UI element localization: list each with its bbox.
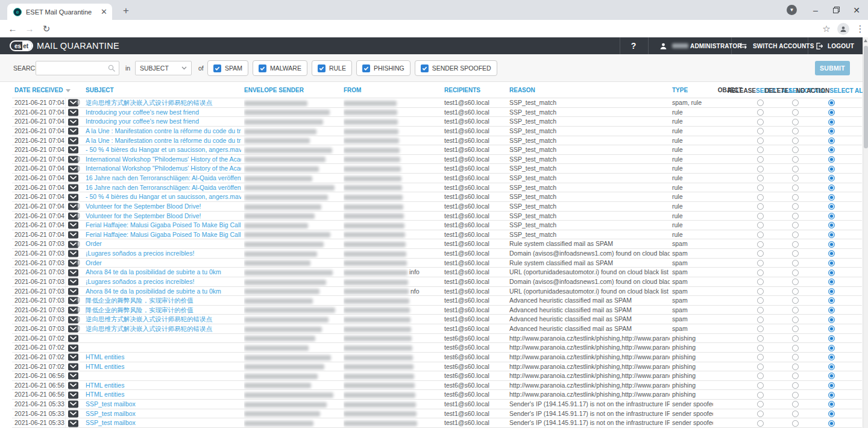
- delete-radio[interactable]: [792, 401, 799, 408]
- no-action-radio[interactable]: [828, 222, 835, 228]
- no-action-radio[interactable]: [828, 109, 835, 116]
- column-header-type[interactable]: TYPE: [672, 82, 713, 98]
- no-action-radio[interactable]: [828, 213, 835, 219]
- subject-link[interactable]: Introducing your coffee's new best frien…: [86, 118, 199, 125]
- subject-link[interactable]: SSP_test mailbox: [86, 419, 136, 426]
- minimize-button[interactable]: –: [807, 2, 825, 18]
- no-action-radio[interactable]: [828, 316, 835, 323]
- no-action-radio[interactable]: [828, 411, 835, 417]
- release-radio[interactable]: [757, 316, 764, 323]
- delete-radio[interactable]: [792, 345, 799, 351]
- scrollbar-up-icon[interactable]: [864, 39, 867, 42]
- release-radio[interactable]: [757, 260, 764, 266]
- filter-malware[interactable]: MALWARE: [253, 60, 307, 76]
- no-action-radio[interactable]: [828, 194, 835, 201]
- filter-rule[interactable]: RULE: [312, 60, 352, 76]
- release-radio[interactable]: [757, 166, 764, 172]
- no-action-radio[interactable]: [828, 420, 835, 427]
- subject-link[interactable]: HTML entities: [86, 391, 124, 398]
- delete-radio[interactable]: [792, 128, 799, 134]
- subject-link[interactable]: 16 Jahre nach den Terroranschlägen: Al-Q…: [86, 174, 241, 181]
- delete-radio[interactable]: [792, 119, 799, 125]
- search-field-select[interactable]: SUBJECT: [135, 61, 192, 75]
- subject-link[interactable]: ¡Lugares soñados a precios increíbles!: [86, 278, 194, 285]
- no-action-radio[interactable]: [828, 175, 835, 181]
- no-action-radio[interactable]: [828, 288, 835, 295]
- delete-radio[interactable]: [792, 109, 799, 116]
- help-button[interactable]: ?: [627, 37, 640, 54]
- delete-radio[interactable]: [792, 363, 799, 370]
- column-header-envsender[interactable]: ENVELOPE SENDER: [244, 82, 339, 98]
- delete-radio[interactable]: [792, 203, 799, 210]
- release-radio[interactable]: [757, 279, 764, 285]
- delete-radio[interactable]: [792, 166, 799, 172]
- delete-radio[interactable]: [792, 307, 799, 313]
- no-action-radio[interactable]: [828, 401, 835, 408]
- no-action-radio[interactable]: [828, 326, 835, 332]
- delete-radio[interactable]: [792, 316, 799, 323]
- delete-radio[interactable]: [792, 335, 799, 342]
- release-radio[interactable]: [757, 194, 764, 201]
- release-radio[interactable]: [757, 222, 764, 228]
- no-action-radio[interactable]: [828, 184, 835, 191]
- filter-spam[interactable]: SPAM: [207, 60, 248, 76]
- release-radio[interactable]: [757, 363, 764, 370]
- no-action-radio[interactable]: [828, 307, 835, 313]
- no-action-radio[interactable]: [828, 231, 835, 238]
- no-action-radio[interactable]: [828, 241, 835, 248]
- delete-radio[interactable]: [792, 250, 799, 257]
- no-action-radio[interactable]: [828, 269, 835, 276]
- browser-menu-icon[interactable]: ⋮: [852, 20, 868, 37]
- no-action-radio[interactable]: [828, 156, 835, 163]
- subject-link[interactable]: 逆向思维方式解决嵌入式设计师易犯的错误点: [86, 325, 212, 332]
- delete-radio[interactable]: [792, 222, 799, 228]
- release-radio[interactable]: [757, 411, 764, 417]
- forward-icon[interactable]: →: [22, 20, 37, 37]
- subject-link[interactable]: 降低企业的舞弊风险，实现审计的价值: [86, 306, 193, 313]
- delete-radio[interactable]: [792, 137, 799, 144]
- no-action-radio[interactable]: [828, 119, 835, 125]
- release-radio[interactable]: [757, 213, 764, 219]
- no-action-radio[interactable]: [828, 203, 835, 210]
- column-header-reason[interactable]: REASON: [509, 82, 670, 98]
- new-tab-button[interactable]: +: [118, 3, 134, 19]
- release-radio[interactable]: [757, 326, 764, 332]
- close-button[interactable]: ✕: [848, 2, 866, 18]
- browser-update-icon[interactable]: ▼: [787, 5, 797, 15]
- release-radio[interactable]: [757, 392, 764, 398]
- no-action-radio[interactable]: [828, 354, 835, 360]
- release-radio[interactable]: [757, 175, 764, 181]
- release-radio[interactable]: [757, 156, 764, 163]
- subject-link[interactable]: HTML entities: [86, 363, 124, 370]
- delete-radio[interactable]: [792, 279, 799, 285]
- subject-link[interactable]: International Workshop "Philodemus' Hist…: [86, 165, 241, 172]
- logged-in-user[interactable]: ADMINISTRATOR: [659, 37, 742, 54]
- subject-link[interactable]: 降低企业的舞弊风险，实现审计的价值: [86, 297, 193, 304]
- submit-button[interactable]: SUBMIT: [815, 61, 850, 75]
- subject-link[interactable]: Ahora 84 te da la posibilidad de subirte…: [86, 288, 221, 295]
- release-radio[interactable]: [757, 128, 764, 134]
- bookmark-star-icon[interactable]: ☆: [819, 20, 834, 37]
- filter-sender-spoofed[interactable]: SENDER SPOOFED: [415, 60, 497, 76]
- subject-link[interactable]: ¡Lugares soñados a precios increíbles!: [86, 250, 194, 257]
- no-action-radio[interactable]: [828, 137, 835, 144]
- no-action-radio[interactable]: [828, 146, 835, 153]
- column-header-date[interactable]: DATE RECEIVED: [14, 82, 70, 98]
- subject-link[interactable]: HTML entities: [86, 382, 124, 389]
- release-radio[interactable]: [757, 401, 764, 408]
- delete-radio[interactable]: [792, 146, 799, 153]
- subject-link[interactable]: SSP_test mailbox: [86, 410, 136, 417]
- release-radio[interactable]: [757, 373, 764, 379]
- delete-radio[interactable]: [792, 231, 799, 238]
- tab-close-icon[interactable]: ✕: [101, 7, 107, 16]
- release-radio[interactable]: [757, 288, 764, 295]
- no-action-radio[interactable]: [828, 279, 835, 285]
- no-action-radio[interactable]: [828, 345, 835, 351]
- release-radio[interactable]: [757, 119, 764, 125]
- subject-link[interactable]: - 50 % 4 bières du Hangar et un saucisso…: [86, 146, 241, 153]
- delete-radio[interactable]: [792, 194, 799, 201]
- subject-link[interactable]: Volunteer for the September Blood Drive!: [86, 212, 201, 219]
- no-action-radio[interactable]: [828, 373, 835, 379]
- delete-radio[interactable]: [792, 382, 799, 389]
- subject-link[interactable]: HTML entities: [86, 353, 124, 360]
